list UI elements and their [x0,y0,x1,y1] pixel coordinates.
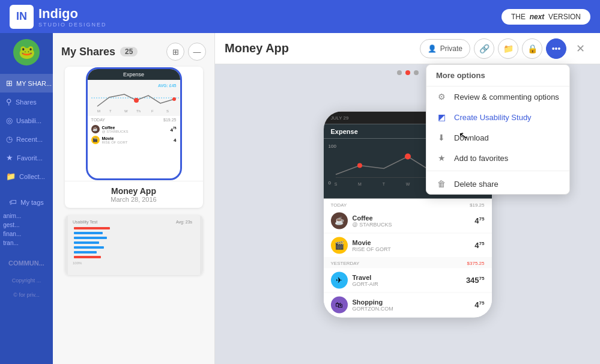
tag-anim[interactable]: anim... [3,211,50,220]
private-label: Private [440,44,462,53]
sidebar-item-usability-label: Usabili... [16,117,41,124]
sidebar-item-favorites[interactable]: ★ Favorit... [0,148,53,167]
favorites-icon: ★ [6,153,13,162]
close-button[interactable]: ✕ [570,38,590,59]
folder-button[interactable]: 📁 [498,38,518,59]
svg-text:100%: 100% [73,261,82,265]
svg-rect-9 [68,215,200,275]
svg-rect-14 [74,237,107,239]
movie-item-small: 🎬 Movie RISE OF GORT 4 [88,135,180,145]
lock-button[interactable]: 🔒 [522,38,542,59]
svg-point-21 [357,163,362,168]
travel-name: Travel [353,273,461,281]
svg-text:S: S [166,109,169,113]
movie-info: Movie RISE OF GORT [353,238,470,252]
svg-rect-18 [74,256,101,258]
usability-icon: ◎ [6,116,13,125]
gear-icon: ⚙ [436,92,447,102]
sidebar-item-recent[interactable]: ◷ Recent... [0,130,53,148]
logo-icon: IN [10,5,34,29]
dropdown-divider [426,171,569,171]
share-card-info: Money App March 28, 2016 [65,181,203,208]
private-button[interactable]: 👤 Private [420,39,470,58]
dot-2[interactable] [405,70,410,75]
share-card-title: Money App [70,186,198,196]
link-button[interactable]: 🔗 [474,38,494,59]
movie-name: Movie [353,238,470,246]
dot-3[interactable] [414,70,419,75]
right-header: Money App 👤 Private 🔗 📁 🔒 [215,33,600,64]
right-panel: Money App 👤 Private 🔗 📁 🔒 [215,33,600,364]
avg-label: AVG: £45 [158,83,177,88]
sidebar-item-collect-label: Collect... [19,173,45,180]
tag-finan[interactable]: finan... [3,229,50,238]
share-card-2[interactable]: Usability Test Avg: 23s 100% [65,215,203,275]
yesterday-amount: $375.25 [467,260,485,265]
dropdown-download[interactable]: ⬇ Download [426,127,569,148]
share-card-moneyapp[interactable]: Expense AVG: £45 M T [65,67,203,208]
dot-1[interactable] [397,70,402,75]
coffee-icon: ☕ [331,212,348,229]
link-icon: 🔗 [479,44,489,53]
sidebar: 🐸 ⊞ MY SHAR... ⚲ Shares ◎ Usabili... ◷ R… [0,33,53,364]
phone-expense-header: Expense [88,69,180,80]
more-options-button[interactable]: ••• [546,38,566,59]
grid-view-button[interactable]: ⊞ [166,43,184,61]
sidebar-nav: ⊞ MY SHAR... ⚲ Shares ◎ Usabili... ◷ Rec… [0,74,53,186]
dropdown-menu: More options ⚙ Review & commenting optio… [426,64,570,195]
logo-sub: STUDIO DESIGNED [38,22,107,28]
dropdown-delete[interactable]: 🗑 Delete share [426,174,569,194]
svg-text:W: W [405,181,410,186]
svg-text:T: T [382,181,385,186]
coffee-name: Coffee [353,214,470,221]
pp-item-travel: ✈ Travel GORT-AIR 34575 [324,268,492,293]
avatar: 🐸 [13,39,40,65]
svg-rect-16 [74,246,104,249]
sidebar-item-mytags[interactable]: 🏷 My tags [3,193,50,211]
pp-today-header: TODAY $19.25 [324,198,492,208]
sidebar-item-shares-label: Shares [16,99,37,106]
travel-info: Travel GORT-AIR [353,273,461,287]
sidebar-item-collect[interactable]: 📁 Collect... [0,167,53,186]
sidebar-item-shares[interactable]: ⚲ Shares [0,93,53,111]
sidebar-item-myshares[interactable]: ⊞ MY SHAR... [0,74,53,93]
phone-mockup: Expense AVG: £45 M T [86,67,182,180]
content-area: My Shares 25 ⊞ — Expense [53,33,600,364]
sidebar-item-favorites-label: Favorit... [17,154,43,162]
list-view-button[interactable]: — [188,43,206,61]
svg-text:M: M [358,181,362,186]
download-icon: ⬇ [436,133,447,142]
dropdown-review[interactable]: ⚙ Review & commenting options [426,86,569,107]
shopping-icon: 🛍 [331,296,348,313]
logo-text: Indigo [38,6,107,22]
svg-point-2 [172,97,176,101]
coffee-sub: @ STARBUCKS [353,221,470,227]
svg-text:Usability Test: Usability Test [73,220,97,225]
pp-item-shopping: 🛍 Shopping GORTZON.COM 475 [324,293,492,317]
dropdown-favorites[interactable]: ★ Add to favorites [426,148,569,168]
shopping-sub: GORTZON.COM [353,305,470,311]
svg-text:S: S [334,181,337,186]
travel-amount: 34575 [466,275,485,284]
tags-label: My tags [20,199,44,206]
tag-tran[interactable]: tran... [3,238,50,247]
shares-panel: My Shares 25 ⊞ — Expense [53,33,215,364]
sidebar-item-usability[interactable]: ◎ Usabili... [0,111,53,130]
tag-gest[interactable]: gest... [3,220,50,229]
star-icon: ★ [436,153,447,163]
next-version-button[interactable]: THE next VERSION [502,9,590,25]
svg-rect-12 [74,227,110,229]
movie-sub: RISE OF GORT [353,246,470,252]
shares-header: My Shares 25 ⊞ — [53,33,214,67]
dropdown-usability[interactable]: ◩ Create Usability Study [426,107,569,127]
shopping-amount: 475 [474,300,484,309]
svg-text:Avg: 23s: Avg: 23s [176,220,193,225]
svg-rect-15 [74,241,99,244]
dropdown-review-label: Review & commenting options [454,93,559,102]
today-label: TODAY [331,202,347,207]
pp-yesterday-header: YESTERDAY $375.25 [324,258,492,268]
next-bold: next [530,13,545,21]
travel-sub: GORT-AIR [353,281,461,287]
person-icon: 👤 [428,44,437,53]
share-card-2-img: Usability Test Avg: 23s 100% [65,215,203,275]
